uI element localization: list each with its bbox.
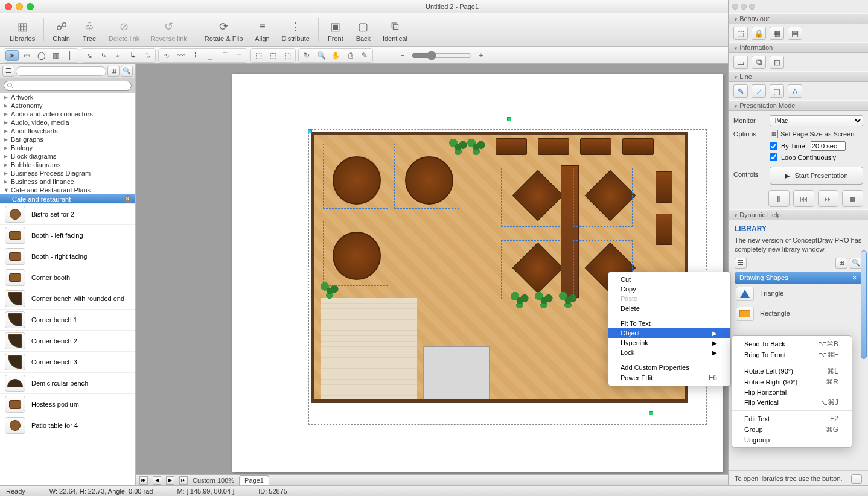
tree-item[interactable]: ▶Audit flowcharts [0,127,135,135]
rotate-flip-button[interactable]: ⟳Rotate & Flip [200,17,248,43]
ctx-object[interactable]: Object▶ [608,328,730,338]
help-tree-btn[interactable]: ☰ [735,258,747,269]
help-search-btn[interactable]: 🔍 [850,258,862,269]
print-tool[interactable]: ⎙ [343,50,357,61]
libraries-button[interactable]: ▦Libraries [5,17,40,43]
help-scrollbar[interactable] [861,250,867,359]
ctx-ungroup[interactable]: Ungroup [732,435,852,445]
page-first[interactable]: ⏮ [139,476,148,485]
section-presentation[interactable]: Presentation Mode [729,100,868,111]
tree-item-cafe-selected[interactable]: Cafe and restaurant [0,194,135,203]
info-btn2[interactable]: ⧉ [752,56,766,69]
magnify-tool[interactable]: 🔍 [314,50,328,61]
group3-tool[interactable]: ⬚ [281,50,294,61]
context-menu[interactable]: Cut Copy Paste Delete Fit To Text Object… [608,272,731,386]
section-information[interactable]: Information [729,42,868,53]
zoom-in-button[interactable]: ＋ [474,50,488,61]
ctx-add-custom[interactable]: Add Custom Properties [608,363,730,372]
ctx-edit-text[interactable]: Edit TextF2 [732,413,852,424]
group2-tool[interactable]: ⬚ [266,50,279,61]
curve6-tool[interactable]: ⎻ [232,50,246,61]
line-tool[interactable]: │ [63,50,77,61]
help-open-tree-icon[interactable] [851,474,862,484]
ellipse-tool[interactable]: ◯ [34,50,48,61]
library-grid-view[interactable]: ⊞ [107,66,120,77]
bytime-checkbox[interactable] [770,142,777,150]
next-slide-button[interactable]: ⏭ [818,190,839,207]
front-button[interactable]: ▣Front [322,17,349,43]
shape-item[interactable]: Corner bench 3 [0,351,135,372]
shape-item[interactable]: Corner bench 1 [0,309,135,330]
ctx-hyperlink[interactable]: Hyperlink▶ [608,338,730,348]
ctx-flip-h[interactable]: Flip Horizontal [732,387,852,397]
info-btn3[interactable]: ⊡ [770,56,784,69]
ctx-send-back[interactable]: Send To Back⌥⌘B [732,339,852,349]
curve2-tool[interactable]: 〰 [174,50,188,61]
shape-item[interactable]: Patio table for 4 [0,415,135,436]
info-btn1[interactable]: ▭ [733,56,748,69]
tree-button[interactable]: ♧Tree [76,17,103,43]
tree-item[interactable]: ▶Astronomy [0,101,135,110]
line-fill-btn[interactable]: ▢ [770,84,784,98]
back-button[interactable]: ▢Back [350,17,377,43]
behaviour-btn4[interactable]: ▤ [788,27,802,40]
page-last[interactable]: ⏭ [179,476,188,485]
delete-link-button[interactable]: ⊘Delete link [104,17,144,43]
booth[interactable] [622,138,654,155]
ctx-cut[interactable]: Cut [608,275,730,284]
library-filter-input[interactable] [16,66,106,76]
tree-item[interactable]: ▶Business Process Diagram [0,169,135,177]
library-search-input[interactable] [4,81,132,91]
bytime-input[interactable] [811,141,846,151]
pause-button[interactable]: ⏸ [768,190,790,207]
line-paint-btn[interactable]: ⟋ [752,84,766,98]
ctx-bring-front[interactable]: Bring To Front⌥⌘F [732,349,852,360]
shape-item[interactable]: Bistro set for 2 [0,203,135,224]
start-presentation-button[interactable]: ▶Start Presentation [770,167,863,185]
hand-tool[interactable]: ✋ [329,50,342,61]
booth[interactable] [496,138,527,155]
tree-item[interactable]: ▶Bar graphs [0,135,135,144]
booth[interactable] [580,138,611,155]
close-button[interactable] [5,3,12,10]
reverse-link-button[interactable]: ↺Reverse link [145,17,192,43]
ctx-group[interactable]: Group⌘G [732,424,852,435]
tree-item-cafe-plans[interactable]: ▼Cafe and Restaurant Plans [0,186,135,194]
pointer-tool[interactable]: ➤ [5,50,19,61]
distribute-button[interactable]: ⋮Distribute [276,17,314,43]
connector2-tool[interactable]: ⤷ [97,50,110,61]
align-button[interactable]: ≡Align [249,17,275,43]
shape-item[interactable]: Booth - left facing [0,224,135,246]
behaviour-btn3[interactable]: ▦ [770,27,784,40]
refresh-tool[interactable]: ↻ [300,50,313,61]
help-shapes-header[interactable]: Drawing Shapes✕ [735,272,862,284]
rect-tool[interactable]: ▭ [20,50,33,61]
stop-button[interactable]: ⏹ [842,190,863,207]
ctx-rotate-right[interactable]: Rotate Right (90°)⌘R [732,377,852,387]
ctx-delete[interactable]: Delete [608,304,730,313]
eyedropper-tool[interactable]: ✎ [358,50,371,61]
section-dynamic-help[interactable]: Dynamic Help [729,209,868,220]
tree-item[interactable]: ▶Audio and video connectors [0,110,135,118]
zoom-out-button[interactable]: － [396,50,409,61]
tree-item[interactable]: ▶Biology [0,144,135,152]
curve5-tool[interactable]: ⎺ [218,50,231,61]
ctx-copy[interactable]: Copy [608,284,730,294]
line-pen-btn[interactable]: ✎ [733,84,748,98]
booth[interactable] [656,214,672,245]
ctx-flip-v[interactable]: Flip Vertical⌥⌘J [732,397,852,408]
prev-slide-button[interactable]: ⏮ [793,190,814,207]
booth[interactable] [656,171,672,203]
tree-item[interactable]: ▶Bubble diagrams [0,161,135,169]
help-grid-btn[interactable]: ⊞ [835,258,847,269]
tree-item[interactable]: ▶Audio, video, media [0,118,135,127]
shape-item[interactable]: Hostess podium [0,393,135,415]
ctx-power-edit[interactable]: Power EditF6 [608,372,730,383]
minimize-button[interactable] [16,3,23,10]
tree-item[interactable]: ▶Business and finance [0,177,135,186]
connector3-tool[interactable]: ⤶ [112,50,125,61]
curve3-tool[interactable]: ⌇ [189,50,202,61]
loop-checkbox[interactable] [770,153,777,161]
ctx-rotate-left[interactable]: Rotate Left (90°)⌘L [732,366,852,377]
text-tool[interactable]: ▥ [49,50,62,61]
